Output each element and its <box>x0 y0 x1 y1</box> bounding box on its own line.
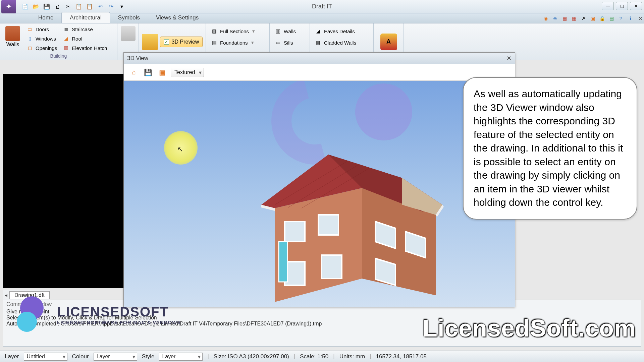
minimize-button[interactable]: — <box>602 2 614 10</box>
tab-home[interactable]: Home <box>30 12 61 23</box>
cladded-walls-button[interactable]: ▦Cladded Walls <box>313 38 371 47</box>
cursor-icon: ↖ <box>177 145 183 153</box>
house-preview-icon <box>142 34 158 50</box>
eaves-details-button[interactable]: ◢Eaves Details <box>313 27 371 36</box>
status-coords: 16572.34, 18517.05 <box>376 353 427 360</box>
callout-text: As well as automatically updating the 3D… <box>474 88 623 208</box>
cladded-icon: ▦ <box>315 39 322 46</box>
watermark-url: LicensedSoft.com <box>423 314 636 342</box>
toolbar-info-icon[interactable]: ℹ <box>627 15 634 22</box>
foundations-icon: ▤ <box>211 39 218 46</box>
3d-view-panel: 3D View ✕ ⌂ 💾 ▣ Textured ↖ <box>123 52 515 307</box>
status-size: Size: ISO A3 (420.00x297.00) <box>214 353 289 360</box>
qat-redo-icon[interactable]: ↷ <box>107 2 115 11</box>
sections-button[interactable] <box>118 25 138 42</box>
status-scale: Scale: 1:50 <box>300 353 328 360</box>
toolbar-icon-7[interactable]: 🔒 <box>598 15 606 22</box>
roof-button[interactable]: ◢Roof <box>60 34 109 43</box>
layer-select[interactable]: Untitled <box>24 353 67 361</box>
tooltip-callout: As well as automatically updating the 3D… <box>463 77 637 220</box>
toolbar-icon-8[interactable]: ▤ <box>608 15 615 22</box>
colour-select[interactable]: Layer <box>94 353 137 361</box>
3d-preview-toggle[interactable]: ✓ 3D Preview <box>160 37 203 47</box>
home-view-icon[interactable]: ⌂ <box>128 67 139 78</box>
qat-paste-icon[interactable]: 📋 <box>85 2 94 11</box>
quick-access-toolbar: 📄 📂 💾 🖨 ✂ 📋 📋 ↶ ↷ ▾ <box>21 2 126 11</box>
doors-icon: ▭ <box>26 25 34 33</box>
3d-preview-label: 3D Preview <box>172 39 199 45</box>
elevation-hatch-icon: ▨ <box>62 44 70 52</box>
sills-icon: ▭ <box>274 39 282 46</box>
watermark-logo: LICENSEDSOFT LICENSED SOFTWARE FOR MAC &… <box>17 296 181 333</box>
style-select[interactable]: Layer <box>159 353 203 361</box>
tab-scroll-left-icon[interactable]: ◂ <box>3 292 9 298</box>
walls-label: Walls <box>6 42 19 48</box>
ribbon-minimize-icon[interactable]: ✕ <box>638 15 643 22</box>
toolbar-help-icon[interactable]: ? <box>617 15 625 22</box>
svg-rect-9 <box>318 215 338 235</box>
tab-views-settings[interactable]: Views & Settings <box>148 12 207 23</box>
windows-icon: ▯ <box>26 35 34 42</box>
walls2-button[interactable]: ▥Walls <box>272 27 307 36</box>
openings-button[interactable]: ◻Openings <box>24 44 59 52</box>
3d-house-model[interactable] <box>214 121 449 307</box>
qat-copy-icon[interactable]: 📋 <box>74 2 83 11</box>
full-sections-icon: ▥ <box>211 27 218 35</box>
doors-button[interactable]: ▭Doors <box>24 25 59 34</box>
drawing-area[interactable] <box>3 74 123 288</box>
qat-save-icon[interactable]: 💾 <box>42 2 51 11</box>
window-title: Draft IT <box>312 3 332 10</box>
staircase-button[interactable]: ≣Staircase <box>60 25 109 34</box>
toolbar-icon-5[interactable]: ↗ <box>580 15 587 22</box>
titlebar: ✦ 📄 📂 💾 🖨 ✂ 📋 📋 ↶ ↷ ▾ Draft IT — ▢ ✕ <box>0 0 644 13</box>
style-label: Style <box>142 353 155 360</box>
render-mode-select[interactable]: Textured <box>171 68 204 77</box>
3d-view-close-icon[interactable]: ✕ <box>506 55 512 62</box>
qat-cut-icon[interactable]: ✂ <box>64 2 72 11</box>
toolbar-icon-3[interactable]: ▦ <box>561 15 568 22</box>
svg-rect-11 <box>322 255 342 279</box>
box-view-icon[interactable]: ▣ <box>157 67 167 78</box>
save-view-icon[interactable]: 💾 <box>143 67 153 78</box>
tab-architectural[interactable]: Architectural <box>61 12 110 23</box>
status-bar: Layer Untitled Colour Layer Style Layer … <box>0 351 644 362</box>
dropdown-icon: ▾ <box>251 40 254 46</box>
foundations-button[interactable]: ▤Foundations▾ <box>209 38 267 47</box>
eaves-icon: ◢ <box>315 27 322 35</box>
sections-icon <box>121 26 136 41</box>
svg-rect-12 <box>279 242 287 282</box>
3d-view-toolbar: ⌂ 💾 ▣ Textured <box>124 64 515 81</box>
toolbar-icon-2[interactable]: ⊕ <box>551 15 559 22</box>
close-button[interactable]: ✕ <box>630 2 642 10</box>
dropdown-icon: ▾ <box>252 28 255 34</box>
maximize-button[interactable]: ▢ <box>616 2 628 10</box>
3d-canvas[interactable]: ↖ <box>124 81 515 307</box>
checkbox-checked-icon: ✓ <box>164 39 169 45</box>
toolbar-icon-4[interactable]: ▦ <box>570 15 578 22</box>
abc-icon[interactable]: A <box>380 34 397 50</box>
qat-print-icon[interactable]: 🖨 <box>53 2 62 11</box>
walls-icon <box>5 26 20 41</box>
elevation-hatch-button[interactable]: ▨Elevation Hatch <box>60 44 109 52</box>
toolbar-icon-1[interactable]: ◉ <box>542 15 549 22</box>
qat-more-icon[interactable]: ▾ <box>117 2 126 11</box>
status-units: Units: mm <box>339 353 365 360</box>
qat-open-icon[interactable]: 📂 <box>32 2 40 11</box>
windows-button[interactable]: ▯Windows <box>24 34 59 43</box>
3d-view-title: 3D View <box>127 55 148 62</box>
ribbon-tabs: Home Architectural Symbols Views & Setti… <box>0 13 644 23</box>
qat-new-icon[interactable]: 📄 <box>21 2 30 11</box>
watermark-swirl-icon <box>17 296 54 333</box>
sills-button[interactable]: ▭Sills <box>272 38 307 47</box>
app-menu-icon[interactable]: ✦ <box>1 0 16 14</box>
roof-icon: ◢ <box>62 35 70 42</box>
building-group-label: Building <box>3 53 114 59</box>
3d-view-titlebar[interactable]: 3D View ✕ <box>124 53 515 64</box>
colour-label: Colour <box>72 353 89 360</box>
layer-label: Layer <box>5 353 19 360</box>
toolbar-icon-6[interactable]: ▣ <box>589 15 596 22</box>
tab-symbols[interactable]: Symbols <box>110 12 148 23</box>
walls-button[interactable]: Walls <box>3 25 23 52</box>
qat-undo-icon[interactable]: ↶ <box>96 2 105 11</box>
full-sections-button[interactable]: ▥Full Sections▾ <box>209 27 267 36</box>
